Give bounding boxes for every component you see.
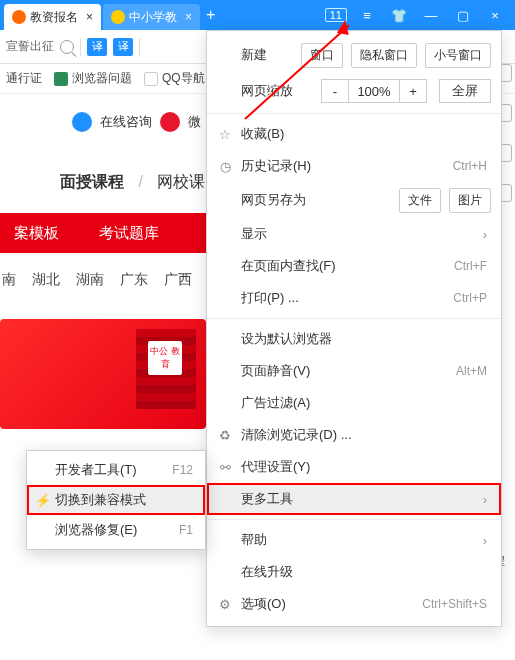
toolbar-sep2 — [139, 38, 140, 56]
chevron-right-icon: › — [483, 492, 487, 507]
window-titlebar: 教资报名 × 中小学教 × + 11 ≡ 👕 — ▢ × — [0, 0, 515, 30]
main-menu: 新建 窗口 隐私窗口 小号窗口 网页缩放 - 100% + 全屏 ☆收藏(B) … — [206, 30, 502, 627]
bookmark-3[interactable]: QQ导航 — [144, 70, 205, 87]
menu-print[interactable]: 打印(P) ...Ctrl+P — [207, 282, 501, 314]
tab-2-label: 中小学教 — [129, 9, 177, 26]
nav-tab-a[interactable]: 面授课程 — [60, 173, 124, 190]
tab-1[interactable]: 教资报名 × — [4, 4, 101, 30]
bookmark-2-icon — [54, 72, 68, 86]
favicon-1 — [12, 10, 26, 24]
tab-1-close-icon[interactable]: × — [86, 10, 93, 24]
menu-new-row: 新建 窗口 隐私窗口 小号窗口 — [207, 37, 501, 73]
fullscreen-button[interactable]: 全屏 — [439, 79, 491, 103]
prov-0[interactable]: 南 — [2, 271, 16, 289]
favicon-2 — [111, 10, 125, 24]
red-nav-b[interactable]: 考试题库 — [99, 224, 159, 243]
bookmark-3-icon — [144, 72, 158, 86]
menu-favorites[interactable]: ☆收藏(B) — [207, 118, 501, 150]
promo-banner[interactable]: 中公 教育 — [0, 319, 206, 429]
menu-zoom-row: 网页缩放 - 100% + 全屏 — [207, 73, 501, 109]
prov-3[interactable]: 广东 — [120, 271, 148, 289]
new-small-window-button[interactable]: 小号窗口 — [425, 43, 491, 68]
menu-adfilter[interactable]: 广告过滤(A) — [207, 387, 501, 419]
menu-options[interactable]: ⚙选项(O)Ctrl+Shift+S — [207, 588, 501, 620]
maximize-button[interactable]: ▢ — [451, 8, 475, 23]
gear-icon: ⚙ — [217, 596, 233, 612]
new-incognito-button[interactable]: 隐私窗口 — [351, 43, 417, 68]
prov-1[interactable]: 湖北 — [32, 271, 60, 289]
star-icon: ☆ — [217, 126, 233, 142]
close-window-button[interactable]: × — [483, 8, 507, 23]
saveas-label: 网页另存为 — [241, 191, 306, 209]
menu-help[interactable]: 帮助› — [207, 524, 501, 556]
prov-4[interactable]: 广西 — [164, 271, 192, 289]
menu-default-browser[interactable]: 设为默认浏览器 — [207, 323, 501, 355]
zoom-percent: 100% — [348, 79, 400, 103]
submenu-compat-mode[interactable]: ⚡切换到兼容模式 — [27, 485, 205, 515]
new-tab-button[interactable]: + — [206, 6, 215, 24]
prov-2[interactable]: 湖南 — [76, 271, 104, 289]
menu-upgrade[interactable]: 在线升级 — [207, 556, 501, 588]
menu-clear-history[interactable]: ♻清除浏览记录(D) ... — [207, 419, 501, 451]
tab-1-label: 教资报名 — [30, 9, 78, 26]
nav-tab-b[interactable]: 网校课 — [157, 173, 205, 190]
menu-new-label: 新建 — [241, 46, 267, 64]
tab-2[interactable]: 中小学教 × — [103, 4, 200, 30]
tab-2-close-icon[interactable]: × — [185, 10, 192, 24]
bolt-icon: ⚡ — [35, 493, 49, 508]
weibo-text: 微 — [188, 113, 201, 131]
toolbar-sep — [80, 38, 81, 56]
avatar-icon — [72, 112, 92, 132]
save-file-button[interactable]: 文件 — [399, 188, 441, 213]
menu-button[interactable]: ≡ — [355, 8, 379, 23]
red-nav-bar: 案模板 考试题库 — [0, 213, 210, 253]
menu-saveas-row: 网页另存为 文件 图片 — [207, 182, 501, 218]
save-image-button[interactable]: 图片 — [449, 188, 491, 213]
minimize-button[interactable]: — — [419, 8, 443, 23]
broom-icon: ♻ — [217, 427, 233, 443]
zoom-in-button[interactable]: + — [399, 79, 427, 103]
annotation-arrow-head — [337, 19, 351, 35]
slogan-text: 宣誓出征 — [6, 38, 54, 55]
red-nav-a[interactable]: 案模板 — [14, 224, 59, 243]
translate-button-1[interactable]: 译 — [87, 38, 107, 56]
translate-button-2[interactable]: 译 — [113, 38, 133, 56]
search-icon[interactable] — [60, 40, 74, 54]
clock-icon: ◷ — [217, 158, 233, 174]
banner-sign: 中公 教育 — [148, 341, 182, 375]
link-icon: ⚯ — [217, 459, 233, 475]
submenu-repair[interactable]: 浏览器修复(E)F1 — [27, 515, 205, 545]
more-tools-submenu: 开发者工具(T)F12 ⚡切换到兼容模式 浏览器修复(E)F1 — [26, 450, 206, 550]
submenu-devtools[interactable]: 开发者工具(T)F12 — [27, 455, 205, 485]
menu-mute[interactable]: 页面静音(V)Alt+M — [207, 355, 501, 387]
consult-link[interactable]: 在线咨询 — [100, 113, 152, 131]
zoom-out-button[interactable]: - — [321, 79, 349, 103]
menu-display[interactable]: 显示› — [207, 218, 501, 250]
menu-proxy[interactable]: ⚯代理设置(Y) — [207, 451, 501, 483]
menu-more-tools[interactable]: 更多工具› — [207, 483, 501, 515]
skin-icon[interactable]: 👕 — [387, 8, 411, 23]
bookmark-1[interactable]: 通行证 — [6, 70, 42, 87]
chevron-right-icon: › — [483, 533, 487, 548]
menu-history[interactable]: ◷历史记录(H)Ctrl+H — [207, 150, 501, 182]
chevron-right-icon: › — [483, 227, 487, 242]
weibo-icon[interactable] — [160, 112, 180, 132]
bookmark-2[interactable]: 浏览器问题 — [54, 70, 132, 87]
menu-find[interactable]: 在页面内查找(F)Ctrl+F — [207, 250, 501, 282]
